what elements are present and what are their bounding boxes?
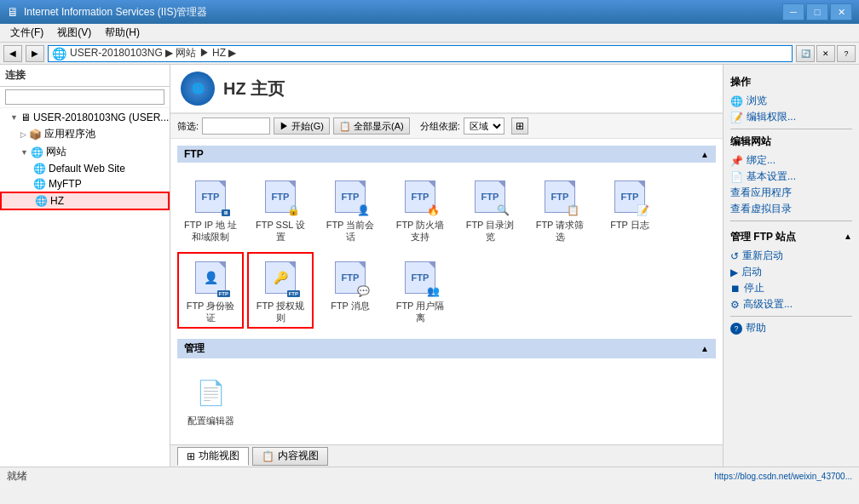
ftp-auth-item[interactable]: 👤 FTP FTP 身份验 证 <box>177 252 244 329</box>
content-view-label: 内容视图 <box>278 449 319 463</box>
ftp-ip-overlay: 🖥 <box>222 209 230 216</box>
action-edit-perms[interactable]: 📝 编辑权限... <box>730 109 852 125</box>
address-help[interactable]: ? <box>837 45 856 62</box>
center-header: 🌐 HZ 主页 <box>170 65 723 114</box>
config-editor-label: 配置编辑器 <box>187 415 234 427</box>
ftp-ip-label: FTP IP 地 址和域限制 <box>182 219 239 243</box>
ftp-ssl-label: FTP SSL 设 置 <box>252 219 308 243</box>
action-view-vdirs[interactable]: 查看虚拟目录 <box>730 201 852 217</box>
filter-start-button[interactable]: ▶ 开始(G) <box>274 117 330 135</box>
ftp-firewall-item[interactable]: FTP 🔥 FTP 防火墙 支持 <box>387 171 453 249</box>
ftp-ssl-overlay: 🔒 <box>287 204 300 216</box>
stop-icon: ⏹ <box>730 283 741 295</box>
tree-node-sites[interactable]: ▼ 🌐 网站 <box>0 143 170 161</box>
group-select[interactable]: 区域 <box>464 117 504 135</box>
action-view-apps[interactable]: 查看应用程序 <box>730 185 852 201</box>
action-bind[interactable]: 📌 绑定... <box>730 152 852 169</box>
menu-file[interactable]: 文件(F) <box>3 24 50 42</box>
address-bar: ◀ ▶ 🌐 USER-20180103NG ▶ 网站 ▶ HZ ▶ 🔄 ✕ ? <box>0 43 859 65</box>
ftp-ssl-item[interactable]: FTP 🔒 FTP SSL 设 置 <box>247 171 314 249</box>
ftp-session-item[interactable]: FTP 👤 FTP 当前会 话 <box>317 171 383 249</box>
ftp-authz-item[interactable]: 🔑 FTP FTP 授权规 则 <box>247 252 314 329</box>
apppool-label: 应用程序池 <box>44 127 95 141</box>
search-box <box>0 87 170 108</box>
filter-label: 筛选: <box>177 120 199 133</box>
defaultweb-icon: 🌐 <box>33 163 46 175</box>
ftp-ip-badge: FTP <box>202 192 220 202</box>
menu-bar: 文件(F) 视图(V) 帮助(H) <box>0 24 859 43</box>
edit-perms-icon: 📝 <box>730 112 743 123</box>
apppool-icon: 📦 <box>29 129 42 140</box>
action-browse[interactable]: 🌐 浏览 <box>730 93 852 109</box>
action-restart[interactable]: ↺ 重新启动 <box>730 248 852 264</box>
tree-node-myftp[interactable]: 🌐 MyFTP <box>0 176 170 192</box>
mgmt-section-title: 管理 <box>184 341 205 356</box>
divider-2 <box>730 220 852 221</box>
tree-node-server[interactable]: ▼ 🖥 USER-20180103NG (USER... <box>0 110 170 125</box>
ftp-dir-overlay: 🔍 <box>497 204 510 216</box>
left-panel: 连接 ▼ 🖥 USER-20180103NG (USER... ▷ 📦 应用程序… <box>0 65 170 467</box>
forward-button[interactable]: ▶ <box>26 45 44 62</box>
ftp-dir-badge: FTP <box>481 192 499 202</box>
address-stop[interactable]: ✕ <box>816 45 835 62</box>
ftp-authz-box: 🔑 FTP <box>260 257 301 298</box>
status-text: 就绪 <box>7 469 27 484</box>
filter-showall-button[interactable]: 📋 全部显示(A) <box>333 117 410 135</box>
view-toggle-button[interactable]: ⊞ <box>511 117 528 135</box>
search-input[interactable] <box>5 89 164 105</box>
address-refresh[interactable]: 🔄 <box>796 45 815 62</box>
back-button[interactable]: ◀ <box>3 45 22 62</box>
help-label: 帮助 <box>746 321 766 335</box>
ftp-collapse-button[interactable]: ▲ <box>700 150 709 159</box>
address-input[interactable]: 🌐 USER-20180103NG ▶ 网站 ▶ HZ ▶ <box>48 45 793 62</box>
ftp-collapse-icon[interactable]: ▲ <box>844 232 852 241</box>
ftp-auth-icon: 👤 <box>204 271 218 284</box>
advanced-label: 高级设置... <box>743 297 793 312</box>
feature-view-label: 功能视图 <box>199 449 239 463</box>
ftp-isolate-item[interactable]: FTP 👥 FTP 用户隔 离 <box>387 252 453 329</box>
ftp-msg-overlay: 💬 <box>357 285 370 297</box>
tree-area: ▼ 🖥 USER-20180103NG (USER... ▷ 📦 应用程序池 ▼… <box>0 108 170 467</box>
config-editor-item[interactable]: 📄 配置编辑器 <box>177 367 244 432</box>
ftp-msg-item[interactable]: FTP 💬 FTP 消息 <box>317 252 383 329</box>
mgmt-collapse-button[interactable]: ▲ <box>700 344 709 353</box>
tree-node-defaultweb[interactable]: 🌐 Default Web Site <box>0 161 170 176</box>
bottom-tabs: ⊞ 功能视图 📋 内容视图 <box>170 444 723 467</box>
ftp-filter-item[interactable]: FTP 📋 FTP 请求筛 选 <box>527 171 593 249</box>
tree-node-apppool[interactable]: ▷ 📦 应用程序池 <box>0 125 170 143</box>
view-apps-label: 查看应用程序 <box>730 186 792 200</box>
ftp-auth-badge: FTP <box>217 290 230 297</box>
actions-title: 操作 <box>730 75 852 89</box>
feature-view-tab[interactable]: ⊞ 功能视图 <box>177 447 249 466</box>
ftp-ip-item[interactable]: FTP 🖥 FTP IP 地 址和域限制 <box>177 171 244 249</box>
close-button[interactable]: ✕ <box>830 3 852 20</box>
menu-view[interactable]: 视图(V) <box>50 24 98 42</box>
action-stop[interactable]: ⏹ 停止 <box>730 280 852 296</box>
ftp-authz-icon: 🔑 <box>274 271 288 284</box>
action-advanced-settings[interactable]: ⚙ 高级设置... <box>730 296 852 312</box>
menu-help[interactable]: 帮助(H) <box>98 24 147 42</box>
ftp-dir-item[interactable]: FTP 🔍 FTP 目录浏 览 <box>457 171 523 249</box>
edit-site-section: 编辑网站 <box>730 135 852 149</box>
content-view-icon: 📋 <box>262 450 274 462</box>
ftp-firewall-overlay: 🔥 <box>427 204 440 216</box>
divider-1 <box>730 129 852 129</box>
ftp-log-item[interactable]: FTP 📝 FTP 日志 <box>597 171 663 249</box>
globe-icon: 🌐 <box>192 83 205 94</box>
tree-node-hz[interactable]: 🌐 HZ <box>0 192 170 210</box>
ftp-authz-label: FTP 授权规 则 <box>252 300 308 324</box>
hz-label: HZ <box>50 195 64 207</box>
ftp-firewall-badge: FTP <box>412 192 430 202</box>
action-help[interactable]: ? 帮助 <box>730 320 852 336</box>
action-start[interactable]: ▶ 启动 <box>730 264 852 280</box>
action-basic-settings[interactable]: 📄 基本设置... <box>730 169 852 185</box>
minimize-button[interactable]: ─ <box>782 3 804 20</box>
app-icon: 🖥 <box>7 5 19 19</box>
content-view-tab[interactable]: 📋 内容视图 <box>252 447 328 466</box>
sites-icon: 🌐 <box>31 146 43 158</box>
basic-settings-label: 基本设置... <box>747 169 796 184</box>
ftp-msg-label: FTP 消息 <box>331 300 370 312</box>
filter-input[interactable] <box>202 117 270 135</box>
maximize-button[interactable]: □ <box>806 3 828 20</box>
ftp-filter-overlay: 📋 <box>567 204 579 216</box>
